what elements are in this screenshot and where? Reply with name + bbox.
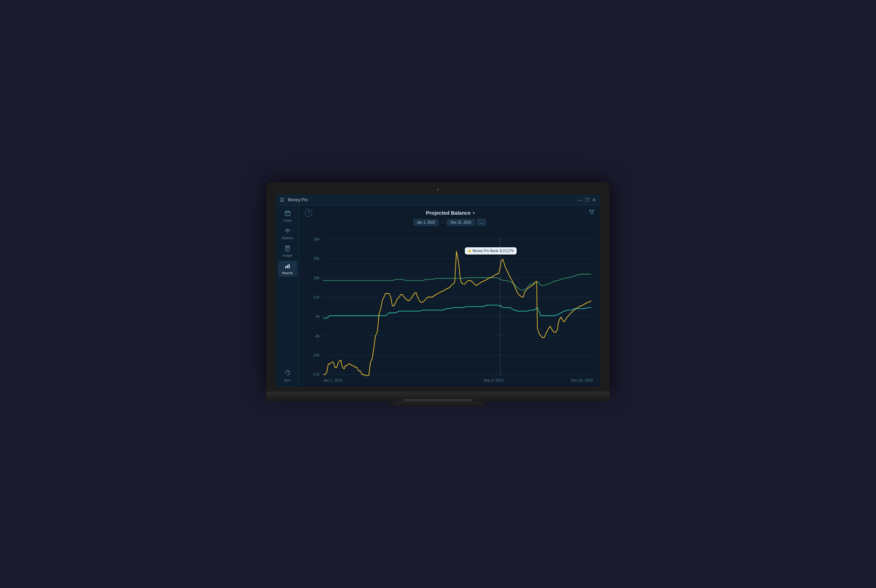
chart-title-wrapper: Projected Balance ▾: [312, 210, 588, 216]
date-arrow-icon: →: [441, 220, 445, 225]
sidebar-label-reports: Reports: [282, 272, 293, 275]
today-icon: 1: [285, 210, 291, 218]
svg-rect-12: [285, 266, 286, 268]
svg-text:25k: 25k: [314, 256, 320, 260]
sync-icon: [285, 370, 291, 378]
chart-title: Projected Balance: [426, 210, 471, 216]
sidebar-item-balance[interactable]: Balance: [278, 226, 297, 242]
svg-text:4k: 4k: [316, 314, 320, 318]
close-button[interactable]: ✕: [592, 198, 596, 202]
keyboard-base: [266, 392, 610, 401]
date-bar: Jan 1, 2023 → Dec 31, 2023 ...: [299, 219, 600, 228]
svg-point-35: [499, 304, 501, 307]
minimize-button[interactable]: —: [578, 198, 582, 202]
sidebar-item-sync[interactable]: Sync: [278, 368, 297, 384]
reports-icon: [285, 263, 291, 270]
sidebar-item-budget[interactable]: Budget: [278, 243, 297, 259]
svg-text:Dec 31, 2023: Dec 31, 2023: [571, 378, 593, 382]
filter-icon[interactable]: [588, 209, 595, 217]
sidebar: 1 Today: [276, 206, 299, 387]
svg-text:11k: 11k: [314, 295, 320, 299]
title-dropdown-icon[interactable]: ▾: [473, 210, 475, 215]
chart-header: ? Projected Balance ▾: [299, 206, 600, 219]
svg-text:1: 1: [287, 213, 288, 215]
date-start-button[interactable]: Jan 1, 2023: [413, 219, 439, 226]
svg-text:-17k: -17k: [312, 372, 320, 376]
maximize-button[interactable]: ❐: [585, 198, 589, 202]
chart-area: ? Projected Balance ▾: [299, 206, 600, 387]
menu-icon[interactable]: ☰: [280, 197, 285, 202]
laptop-device: ☰ Money Pro — ❐ ✕: [266, 182, 610, 406]
svg-text:18k: 18k: [314, 276, 320, 280]
screen-bezel: ☰ Money Pro — ❐ ✕: [266, 182, 610, 392]
main-area: 1 Today: [276, 206, 600, 387]
budget-icon: [285, 245, 291, 253]
svg-text:-3k: -3k: [314, 334, 320, 338]
svg-text:32k: 32k: [314, 237, 320, 241]
svg-rect-13: [287, 265, 288, 268]
svg-text:Sep 3, 2023: Sep 3, 2023: [484, 378, 504, 382]
sidebar-label-balance: Balance: [282, 236, 293, 240]
title-bar: ☰ Money Pro — ❐ ✕: [276, 194, 600, 206]
svg-rect-14: [289, 264, 290, 268]
app-window: ☰ Money Pro — ❐ ✕: [276, 194, 600, 387]
laptop-screen: ☰ Money Pro — ❐ ✕: [276, 194, 600, 387]
sidebar-label-today: Today: [283, 219, 291, 222]
chart-svg: .y-label { fill: #5a8099; font-size: 11p…: [305, 228, 595, 383]
help-button[interactable]: ?: [305, 209, 312, 217]
sidebar-label-budget: Budget: [282, 254, 292, 257]
camera: [436, 188, 440, 191]
balance-icon: [285, 228, 291, 235]
svg-text:-10k: -10k: [312, 353, 320, 357]
sidebar-label-sync: Sync: [284, 378, 291, 382]
date-more-button[interactable]: ...: [477, 219, 486, 226]
app-title: Money Pro: [288, 198, 578, 202]
chart-container: .y-label { fill: #5a8099; font-size: 11p…: [299, 228, 600, 387]
sidebar-item-reports[interactable]: Reports: [278, 261, 297, 277]
sidebar-item-today[interactable]: 1 Today: [278, 208, 297, 224]
svg-text:Jan 1, 2023: Jan 1, 2023: [323, 378, 342, 382]
date-end-button[interactable]: Dec 31, 2023: [447, 219, 475, 226]
laptop-stand: [387, 401, 489, 406]
window-controls: — ❐ ✕: [578, 198, 596, 202]
